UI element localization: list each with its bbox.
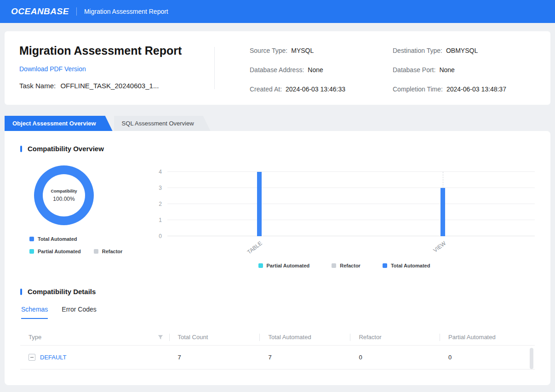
x-axis-label: VIEW <box>432 240 447 254</box>
details-section-title: Compatibility Details <box>20 288 535 295</box>
col-header-total-count: Total Count <box>170 329 260 346</box>
tab-bar: Object Assessment OverviewSQL Assessment… <box>5 116 550 131</box>
gridline <box>167 204 535 204</box>
legend-swatch <box>383 263 387 268</box>
details-subtabs: SchemasError Codes <box>21 306 535 319</box>
bar-chart-plot: TABLEVIEW <box>167 172 535 236</box>
header-info-grid: Source Type:MYSQLDestination Type:OBMYSQ… <box>250 42 536 94</box>
info-label: Destination Type: <box>393 47 442 54</box>
overview-section-title-text: Compatibility Overview <box>28 145 104 153</box>
legend-label: Refactor <box>102 249 123 254</box>
cell-partial-automated: 0 <box>440 346 535 369</box>
info-item-source-type: Source Type:MYSQL <box>250 47 393 54</box>
info-label: Database Port: <box>393 66 435 74</box>
col-header-label: Refactor <box>359 334 381 341</box>
legend-label: Total Automated <box>38 236 77 242</box>
y-tick-label: 1 <box>159 217 162 223</box>
col-header-partial-automated: Partial Automated <box>440 329 535 346</box>
info-value: 2024-06-03 13:48:37 <box>446 85 506 93</box>
legend-item-total-automated[interactable]: Total Automated <box>383 263 430 268</box>
info-item-destination-type: Destination Type:OBMYSQL <box>393 47 536 54</box>
legend-label: Refactor <box>340 263 360 268</box>
donut-center: Compatibility 100.00% <box>43 174 85 216</box>
legend-label: Total Automated <box>391 263 430 268</box>
table-body: DEFAULT7700 <box>20 346 535 369</box>
tab-sql-assessment-overview[interactable]: SQL Assessment Overview <box>114 116 211 131</box>
task-name-value: OFFLINE_TASK_20240603_1... <box>60 82 159 90</box>
y-tick-label: 0 <box>159 233 162 239</box>
y-tick-label: 3 <box>159 185 162 191</box>
bar-chart-legend: Partial AutomatedRefactorTotal Automated <box>154 263 535 268</box>
cell-refactor: 0 <box>350 346 440 369</box>
topbar-title: Migration Assessment Report <box>84 8 168 15</box>
task-name-row: Task Name: OFFLINE_TASK_20240603_1... <box>19 82 214 90</box>
bar-chart-column: 01234 TABLEVIEW Partial AutomatedRefacto… <box>154 158 535 274</box>
info-value: None <box>308 66 323 74</box>
col-header-type: Type <box>20 329 170 346</box>
bar-chart-yaxis: 01234 <box>154 172 167 236</box>
legend-swatch <box>94 249 98 254</box>
header-vertical-divider <box>214 47 215 89</box>
collapse-row-icon[interactable] <box>29 354 35 361</box>
download-pdf-link[interactable]: Download PDF Version <box>19 65 86 73</box>
info-item-completion-time: Completion Time:2024-06-03 13:48:37 <box>393 85 536 93</box>
info-item-created-at: Created At:2024-06-03 13:46:33 <box>250 85 393 93</box>
table-row: DEFAULT7700 <box>20 346 535 369</box>
info-item-database-address: Database Address:None <box>250 66 393 74</box>
cell-total-count: 7 <box>170 346 260 369</box>
x-axis-label: TABLE <box>246 240 263 256</box>
schema-link[interactable]: DEFAULT <box>40 354 67 361</box>
overview-section-title: Compatibility Overview <box>20 145 535 153</box>
donut-legend: Total AutomatedPartial AutomatedRefactor <box>29 236 140 254</box>
info-label: Source Type: <box>250 47 287 54</box>
section-accent-bar <box>20 289 22 295</box>
section-accent-bar <box>20 146 22 152</box>
info-value: OBMYSQL <box>446 47 478 54</box>
scrollbar-thumb[interactable] <box>530 348 533 369</box>
bar-table[interactable] <box>257 172 262 236</box>
legend-swatch <box>332 263 336 268</box>
tab-object-assessment-overview[interactable]: Object Assessment Overview <box>5 116 113 131</box>
table-header-row: TypeTotal CountTotal AutomatedRefactorPa… <box>20 329 535 346</box>
report-header-card: Migration Assessment Report Download PDF… <box>5 31 550 105</box>
info-label: Created At: <box>250 85 282 93</box>
cell-type: DEFAULT <box>20 346 170 369</box>
compatibility-details-section: Compatibility Details SchemasError Codes… <box>20 288 535 369</box>
bar-view[interactable] <box>441 188 445 236</box>
legend-item-refactor[interactable]: Refactor <box>332 263 360 268</box>
col-header-label: Partial Automated <box>448 334 496 341</box>
legend-item-partial-automated[interactable]: Partial Automated <box>29 249 81 254</box>
gridline <box>167 187 535 188</box>
main-panel: Compatibility Overview Compatibility 100… <box>5 131 550 385</box>
y-tick-label: 4 <box>159 169 162 175</box>
schemas-table-wrap: TypeTotal CountTotal AutomatedRefactorPa… <box>20 329 535 369</box>
task-name-label: Task Name: <box>19 82 56 90</box>
subtab-schemas[interactable]: Schemas <box>21 306 48 319</box>
legend-item-total-automated[interactable]: Total Automated <box>29 236 140 242</box>
page-content: Migration Assessment Report Download PDF… <box>0 23 555 385</box>
page-title: Migration Assessment Report <box>19 44 214 57</box>
legend-swatch <box>258 263 263 268</box>
donut-chart-column: Compatibility 100.00% Total AutomatedPar… <box>20 158 154 274</box>
schemas-table: TypeTotal CountTotal AutomatedRefactorPa… <box>20 329 535 369</box>
compatibility-donut-chart: Compatibility 100.00% <box>34 165 94 225</box>
legend-item-refactor[interactable]: Refactor <box>94 249 123 254</box>
type-cell: DEFAULT <box>29 354 162 361</box>
info-value: MYSQL <box>291 47 314 54</box>
axis-pointer <box>443 172 443 188</box>
info-label: Completion Time: <box>393 85 443 93</box>
y-tick-label: 2 <box>159 201 162 207</box>
filter-icon[interactable] <box>158 335 163 340</box>
object-type-bar-chart: 01234 TABLEVIEW <box>154 172 535 236</box>
legend-item-partial-automated[interactable]: Partial Automated <box>258 263 310 268</box>
gridline <box>167 220 535 220</box>
col-header-label: Type <box>29 334 41 341</box>
donut-center-label: Compatibility <box>51 189 77 193</box>
info-value: None <box>439 66 454 74</box>
subtab-error-codes[interactable]: Error Codes <box>62 306 96 319</box>
cell-total-automated: 7 <box>260 346 350 369</box>
legend-label: Partial Automated <box>38 249 81 254</box>
top-navigation-bar: OCEANBASE Migration Assessment Report <box>0 0 555 23</box>
info-value: 2024-06-03 13:46:33 <box>286 85 345 93</box>
legend-label: Partial Automated <box>267 263 310 268</box>
